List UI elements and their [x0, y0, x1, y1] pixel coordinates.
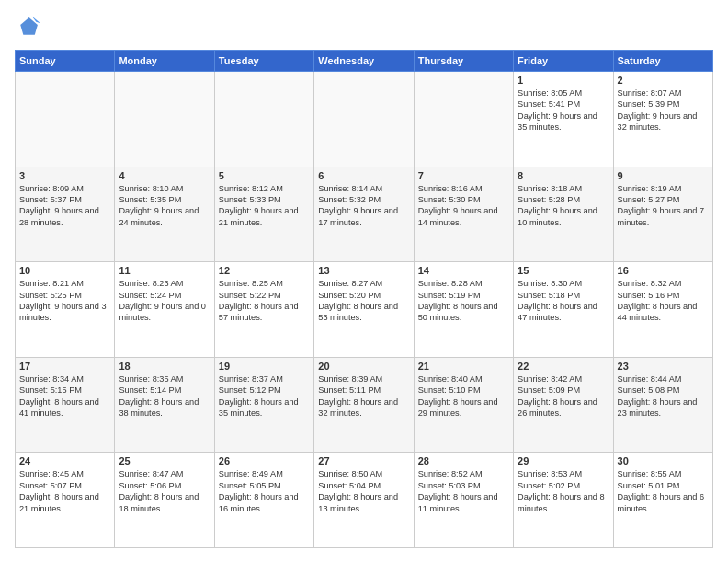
calendar-cell: 28Sunrise: 8:52 AM Sunset: 5:03 PM Dayli…: [414, 453, 513, 548]
calendar-cell: 30Sunrise: 8:55 AM Sunset: 5:01 PM Dayli…: [613, 453, 712, 548]
calendar-cell: 18Sunrise: 8:35 AM Sunset: 5:14 PM Dayli…: [115, 357, 214, 453]
calendar-cell: 1Sunrise: 8:05 AM Sunset: 5:41 PM Daylig…: [514, 72, 613, 167]
cell-details: Sunrise: 8:12 AM Sunset: 5:33 PM Dayligh…: [219, 183, 310, 229]
day-number: 6: [318, 170, 409, 181]
calendar-cell: 10Sunrise: 8:21 AM Sunset: 5:25 PM Dayli…: [16, 262, 115, 358]
cell-details: Sunrise: 8:44 AM Sunset: 5:08 PM Dayligh…: [618, 373, 709, 419]
day-number: 12: [219, 265, 310, 276]
cell-details: Sunrise: 8:28 AM Sunset: 5:19 PM Dayligh…: [418, 278, 509, 324]
cell-details: Sunrise: 8:47 AM Sunset: 5:06 PM Dayligh…: [119, 468, 210, 514]
cell-details: Sunrise: 8:55 AM Sunset: 5:01 PM Dayligh…: [618, 468, 709, 514]
col-header-monday: Monday: [115, 51, 214, 72]
calendar-cell: [314, 72, 414, 167]
day-number: 28: [418, 455, 509, 466]
col-header-wednesday: Wednesday: [314, 51, 414, 72]
logo-icon: [15, 15, 40, 40]
day-number: 1: [518, 75, 609, 86]
col-header-tuesday: Tuesday: [214, 51, 313, 72]
cell-details: Sunrise: 8:39 AM Sunset: 5:11 PM Dayligh…: [318, 373, 409, 419]
calendar-cell: 20Sunrise: 8:39 AM Sunset: 5:11 PM Dayli…: [314, 357, 414, 453]
cell-details: Sunrise: 8:30 AM Sunset: 5:18 PM Dayligh…: [518, 278, 609, 324]
calendar-week-4: 17Sunrise: 8:34 AM Sunset: 5:15 PM Dayli…: [16, 357, 713, 453]
cell-details: Sunrise: 8:18 AM Sunset: 5:28 PM Dayligh…: [518, 183, 609, 229]
cell-details: Sunrise: 8:19 AM Sunset: 5:27 PM Dayligh…: [618, 183, 709, 229]
calendar-cell: 29Sunrise: 8:53 AM Sunset: 5:02 PM Dayli…: [514, 453, 613, 548]
cell-details: Sunrise: 8:07 AM Sunset: 5:39 PM Dayligh…: [618, 87, 709, 133]
calendar-cell: 21Sunrise: 8:40 AM Sunset: 5:10 PM Dayli…: [414, 357, 513, 453]
day-number: 5: [219, 170, 310, 181]
calendar-cell: 23Sunrise: 8:44 AM Sunset: 5:08 PM Dayli…: [613, 357, 712, 453]
cell-details: Sunrise: 8:32 AM Sunset: 5:16 PM Dayligh…: [618, 278, 709, 324]
day-number: 8: [518, 170, 609, 181]
cell-details: Sunrise: 8:34 AM Sunset: 5:15 PM Dayligh…: [19, 373, 110, 419]
day-number: 3: [19, 170, 110, 181]
day-number: 30: [618, 455, 709, 466]
day-number: 13: [318, 265, 409, 276]
calendar-cell: 13Sunrise: 8:27 AM Sunset: 5:20 PM Dayli…: [314, 262, 414, 358]
day-number: 17: [19, 361, 110, 372]
cell-details: Sunrise: 8:45 AM Sunset: 5:07 PM Dayligh…: [19, 468, 110, 514]
calendar-week-2: 3Sunrise: 8:09 AM Sunset: 5:37 PM Daylig…: [16, 167, 713, 262]
calendar-cell: 2Sunrise: 8:07 AM Sunset: 5:39 PM Daylig…: [613, 72, 712, 167]
calendar-cell: 4Sunrise: 8:10 AM Sunset: 5:35 PM Daylig…: [115, 167, 214, 262]
calendar-header-row: SundayMondayTuesdayWednesdayThursdayFrid…: [16, 51, 713, 72]
calendar-cell: [115, 72, 214, 167]
day-number: 21: [418, 361, 509, 372]
cell-details: Sunrise: 8:23 AM Sunset: 5:24 PM Dayligh…: [119, 278, 210, 324]
day-number: 27: [318, 455, 409, 466]
cell-details: Sunrise: 8:53 AM Sunset: 5:02 PM Dayligh…: [518, 468, 609, 514]
col-header-friday: Friday: [514, 51, 613, 72]
day-number: 14: [418, 265, 509, 276]
calendar-cell: 11Sunrise: 8:23 AM Sunset: 5:24 PM Dayli…: [115, 262, 214, 358]
calendar-cell: 16Sunrise: 8:32 AM Sunset: 5:16 PM Dayli…: [613, 262, 712, 358]
calendar-cell: 15Sunrise: 8:30 AM Sunset: 5:18 PM Dayli…: [514, 262, 613, 358]
calendar-cell: [16, 72, 115, 167]
cell-details: Sunrise: 8:05 AM Sunset: 5:41 PM Dayligh…: [518, 87, 609, 133]
calendar-cell: [214, 72, 313, 167]
calendar-cell: 27Sunrise: 8:50 AM Sunset: 5:04 PM Dayli…: [314, 453, 414, 548]
calendar-cell: 24Sunrise: 8:45 AM Sunset: 5:07 PM Dayli…: [16, 453, 115, 548]
calendar-week-1: 1Sunrise: 8:05 AM Sunset: 5:41 PM Daylig…: [16, 72, 713, 167]
day-number: 10: [19, 265, 110, 276]
header: [15, 15, 713, 40]
day-number: 25: [119, 455, 210, 466]
calendar-cell: 9Sunrise: 8:19 AM Sunset: 5:27 PM Daylig…: [613, 167, 712, 262]
calendar-table: SundayMondayTuesdayWednesdayThursdayFrid…: [15, 50, 713, 548]
cell-details: Sunrise: 8:14 AM Sunset: 5:32 PM Dayligh…: [318, 183, 409, 229]
calendar-cell: 14Sunrise: 8:28 AM Sunset: 5:19 PM Dayli…: [414, 262, 513, 358]
calendar-week-3: 10Sunrise: 8:21 AM Sunset: 5:25 PM Dayli…: [16, 262, 713, 358]
cell-details: Sunrise: 8:50 AM Sunset: 5:04 PM Dayligh…: [318, 468, 409, 514]
cell-details: Sunrise: 8:16 AM Sunset: 5:30 PM Dayligh…: [418, 183, 509, 229]
day-number: 24: [19, 455, 110, 466]
calendar-cell: 8Sunrise: 8:18 AM Sunset: 5:28 PM Daylig…: [514, 167, 613, 262]
calendar-cell: 12Sunrise: 8:25 AM Sunset: 5:22 PM Dayli…: [214, 262, 313, 358]
day-number: 20: [318, 361, 409, 372]
cell-details: Sunrise: 8:40 AM Sunset: 5:10 PM Dayligh…: [418, 373, 509, 419]
calendar-week-5: 24Sunrise: 8:45 AM Sunset: 5:07 PM Dayli…: [16, 453, 713, 548]
logo: [15, 15, 44, 40]
cell-details: Sunrise: 8:49 AM Sunset: 5:05 PM Dayligh…: [219, 468, 310, 514]
calendar-cell: 7Sunrise: 8:16 AM Sunset: 5:30 PM Daylig…: [414, 167, 513, 262]
day-number: 23: [618, 361, 709, 372]
calendar-cell: 19Sunrise: 8:37 AM Sunset: 5:12 PM Dayli…: [214, 357, 313, 453]
day-number: 2: [618, 75, 709, 86]
cell-details: Sunrise: 8:52 AM Sunset: 5:03 PM Dayligh…: [418, 468, 509, 514]
calendar-cell: 26Sunrise: 8:49 AM Sunset: 5:05 PM Dayli…: [214, 453, 313, 548]
col-header-sunday: Sunday: [16, 51, 115, 72]
cell-details: Sunrise: 8:37 AM Sunset: 5:12 PM Dayligh…: [219, 373, 310, 419]
day-number: 11: [119, 265, 210, 276]
day-number: 15: [518, 265, 609, 276]
cell-details: Sunrise: 8:35 AM Sunset: 5:14 PM Dayligh…: [119, 373, 210, 419]
calendar-cell: 5Sunrise: 8:12 AM Sunset: 5:33 PM Daylig…: [214, 167, 313, 262]
day-number: 22: [518, 361, 609, 372]
cell-details: Sunrise: 8:42 AM Sunset: 5:09 PM Dayligh…: [518, 373, 609, 419]
cell-details: Sunrise: 8:25 AM Sunset: 5:22 PM Dayligh…: [219, 278, 310, 324]
cell-details: Sunrise: 8:09 AM Sunset: 5:37 PM Dayligh…: [19, 183, 110, 229]
day-number: 4: [119, 170, 210, 181]
day-number: 16: [618, 265, 709, 276]
cell-details: Sunrise: 8:10 AM Sunset: 5:35 PM Dayligh…: [119, 183, 210, 229]
col-header-thursday: Thursday: [414, 51, 513, 72]
cell-details: Sunrise: 8:27 AM Sunset: 5:20 PM Dayligh…: [318, 278, 409, 324]
cell-details: Sunrise: 8:21 AM Sunset: 5:25 PM Dayligh…: [19, 278, 110, 324]
day-number: 18: [119, 361, 210, 372]
